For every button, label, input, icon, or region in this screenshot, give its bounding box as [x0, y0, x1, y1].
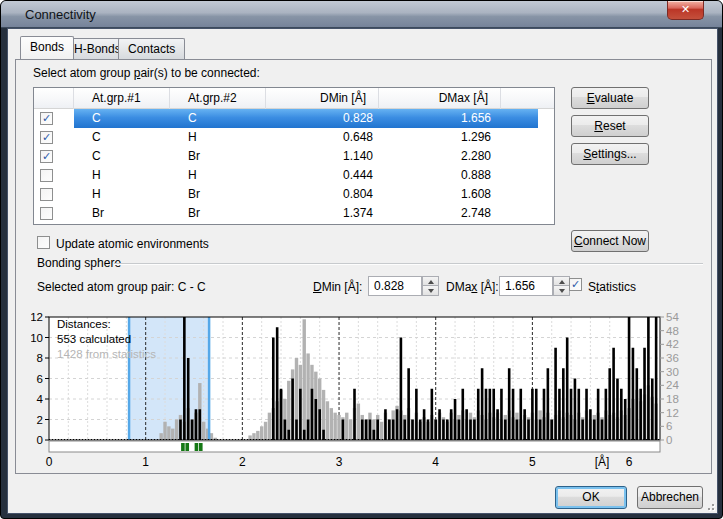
- cell-spacer[interactable]: [501, 185, 538, 204]
- spin-down-icon[interactable]: [422, 286, 439, 296]
- dialog-content: Bonds H-Bonds Contacts Select atom group…: [7, 28, 718, 514]
- cell-spacer[interactable]: [501, 166, 538, 185]
- cell-dmax[interactable]: 0.888: [379, 166, 501, 185]
- bonding-sphere-group-label: Bonding sphere: [37, 256, 121, 270]
- dmax-label: DMax [Å]:: [446, 280, 499, 294]
- svg-text:0: 0: [37, 434, 43, 446]
- svg-text:6: 6: [37, 373, 43, 385]
- ok-button[interactable]: OK: [555, 486, 627, 509]
- cell-dmin[interactable]: 1.140: [266, 147, 379, 166]
- cell-spacer[interactable]: [501, 147, 538, 166]
- cell-dmin[interactable]: 0.804: [266, 185, 379, 204]
- connect-now-button[interactable]: Connect Now: [571, 230, 649, 252]
- svg-text:30: 30: [666, 366, 679, 378]
- spin-down-icon[interactable]: [553, 286, 570, 296]
- table-row[interactable]: ✓CBr1.1402.280: [34, 147, 554, 166]
- resize-grip[interactable]: [704, 500, 714, 510]
- svg-text:6: 6: [626, 455, 633, 469]
- svg-text:4: 4: [37, 393, 44, 405]
- row-checkbox[interactable]: ✓: [40, 150, 53, 163]
- cell-dmin[interactable]: 1.374: [266, 204, 379, 223]
- header-dmax[interactable]: DMax [Å]: [379, 88, 501, 109]
- svg-text:10: 10: [31, 332, 43, 344]
- table-row[interactable]: HH0.4440.888: [34, 166, 554, 185]
- cell-dmax[interactable]: 1.296: [379, 128, 501, 147]
- svg-text:42: 42: [666, 338, 679, 350]
- group-divider: [114, 263, 703, 265]
- atom-pair-table[interactable]: At.grp.#1 At.grp.#2 DMin [Å] DMax [Å] ✓C…: [33, 87, 555, 225]
- table-header[interactable]: At.grp.#1 At.grp.#2 DMin [Å] DMax [Å]: [34, 88, 554, 109]
- close-button[interactable]: ✕: [667, 1, 704, 20]
- cell-dmin[interactable]: 0.648: [266, 128, 379, 147]
- connectivity-dialog: Connectivity ✕ Bonds H-Bonds Contacts Se…: [0, 0, 723, 519]
- cell-dmax[interactable]: 1.608: [379, 185, 501, 204]
- select-pairs-label: Select atom group pair(s) to be connecte…: [33, 66, 260, 80]
- statistics-checkbox[interactable]: ✓: [569, 278, 582, 291]
- titlebar[interactable]: Connectivity ✕: [1, 1, 722, 28]
- cell-dmax[interactable]: 1.656: [379, 109, 501, 128]
- table-row[interactable]: ✓CC0.8281.656: [34, 109, 554, 128]
- cell-dmax[interactable]: 2.748: [379, 204, 501, 223]
- spin-up-icon[interactable]: [553, 276, 570, 286]
- svg-text:6: 6: [666, 420, 672, 432]
- dmin-spinner[interactable]: [422, 276, 439, 296]
- table-row[interactable]: HBr0.8041.608: [34, 185, 554, 204]
- cell-grp1[interactable]: C: [74, 128, 170, 147]
- row-checkbox[interactable]: [40, 188, 53, 201]
- svg-text:3: 3: [336, 455, 343, 469]
- table-row[interactable]: ✓CH0.6481.296: [34, 128, 554, 147]
- cell-dmax[interactable]: 2.280: [379, 147, 501, 166]
- header-atgrp1[interactable]: At.grp.#1: [74, 88, 170, 109]
- cell-grp1[interactable]: Br: [74, 204, 170, 223]
- tab-bonds[interactable]: Bonds: [20, 36, 74, 59]
- svg-text:4: 4: [432, 455, 439, 469]
- header-atgrp2[interactable]: At.grp.#2: [170, 88, 266, 109]
- histogram-legend: Distances: 553 calculated 1428 from stat…: [57, 317, 156, 362]
- spin-up-icon[interactable]: [422, 276, 439, 286]
- dmax-field[interactable]: 1.656: [499, 276, 553, 296]
- svg-text:2: 2: [37, 414, 43, 426]
- cell-grp1[interactable]: C: [74, 147, 170, 166]
- svg-text:48: 48: [666, 325, 679, 337]
- cell-grp1[interactable]: H: [74, 166, 170, 185]
- tab-contacts[interactable]: Contacts: [118, 38, 185, 59]
- cell-spacer[interactable]: [501, 128, 538, 147]
- svg-text:0: 0: [46, 455, 53, 469]
- dmin-field[interactable]: 0.828: [368, 276, 422, 296]
- settings-button[interactable]: Settings...: [571, 143, 649, 165]
- svg-text:54: 54: [666, 311, 679, 323]
- cell-grp2[interactable]: C: [170, 109, 266, 128]
- svg-text:2: 2: [239, 455, 246, 469]
- cell-grp2[interactable]: Br: [170, 185, 266, 204]
- window-title: Connectivity: [25, 7, 96, 22]
- cell-dmin[interactable]: 0.444: [266, 166, 379, 185]
- svg-text:12: 12: [31, 311, 43, 323]
- cell-grp2[interactable]: H: [170, 128, 266, 147]
- cell-grp2[interactable]: Br: [170, 147, 266, 166]
- reset-button[interactable]: Reset: [571, 115, 649, 137]
- svg-text:8: 8: [37, 352, 43, 364]
- update-environments-checkbox[interactable]: [37, 236, 50, 249]
- svg-text:12: 12: [666, 407, 679, 419]
- cell-spacer[interactable]: [501, 204, 538, 223]
- cancel-button[interactable]: Abbrechen: [637, 486, 703, 509]
- legend-distances: Distances:: [57, 317, 156, 332]
- dmax-spinner[interactable]: [553, 276, 570, 296]
- evaluate-button[interactable]: Evaluate: [571, 87, 649, 109]
- svg-text:1: 1: [142, 455, 149, 469]
- row-checkbox[interactable]: [40, 207, 53, 220]
- svg-text:0: 0: [666, 434, 672, 446]
- cell-grp1[interactable]: C: [74, 109, 170, 128]
- table-row[interactable]: BrBr1.3742.748: [34, 204, 554, 223]
- dmin-label: DMin [Å]:: [313, 280, 362, 294]
- cell-dmin[interactable]: 0.828: [266, 109, 379, 128]
- row-checkbox[interactable]: [40, 169, 53, 182]
- row-checkbox[interactable]: ✓: [40, 112, 53, 125]
- distance-histogram[interactable]: 0246810120612182430364248540123456[Å] Di…: [31, 309, 707, 471]
- row-checkbox[interactable]: ✓: [40, 131, 53, 144]
- cell-grp2[interactable]: H: [170, 166, 266, 185]
- header-dmin[interactable]: DMin [Å]: [266, 88, 379, 109]
- cell-grp1[interactable]: H: [74, 185, 170, 204]
- cell-grp2[interactable]: Br: [170, 204, 266, 223]
- cell-spacer[interactable]: [501, 109, 538, 128]
